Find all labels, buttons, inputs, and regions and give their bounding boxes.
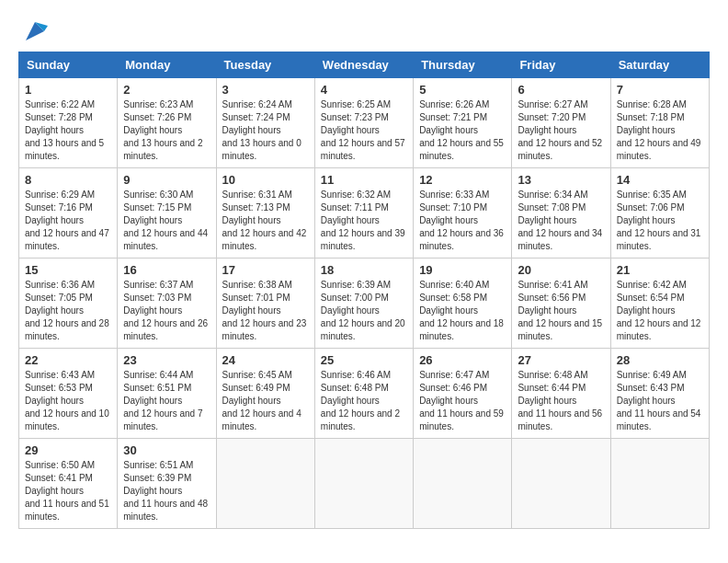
calendar-table: SundayMondayTuesdayWednesdayThursdayFrid… <box>18 52 710 529</box>
calendar-header-row: SundayMondayTuesdayWednesdayThursdayFrid… <box>19 52 710 78</box>
day-info: Sunrise: 6:37 AMSunset: 7:03 PMDaylight … <box>123 279 210 343</box>
weekday-header-saturday: Saturday <box>610 52 709 78</box>
calendar-cell: 3 Sunrise: 6:24 AMSunset: 7:24 PMDayligh… <box>216 78 314 168</box>
day-info: Sunrise: 6:35 AMSunset: 7:06 PMDaylight … <box>617 189 703 253</box>
calendar-cell: 17 Sunrise: 6:38 AMSunset: 7:01 PMDaylig… <box>216 259 314 349</box>
calendar-cell: 29 Sunrise: 6:50 AMSunset: 6:41 PMDaylig… <box>19 439 118 529</box>
day-number: 22 <box>25 353 111 367</box>
calendar-week-row: 1 Sunrise: 6:22 AMSunset: 7:28 PMDayligh… <box>19 78 710 168</box>
day-number: 4 <box>321 83 407 97</box>
day-number: 7 <box>617 83 703 97</box>
calendar-cell: 13 Sunrise: 6:34 AMSunset: 7:08 PMDaylig… <box>512 168 610 259</box>
day-number: 25 <box>321 353 407 367</box>
day-info: Sunrise: 6:49 AMSunset: 6:43 PMDaylight … <box>617 369 703 433</box>
day-info: Sunrise: 6:26 AMSunset: 7:21 PMDaylight … <box>419 98 506 163</box>
calendar-cell <box>216 439 314 529</box>
day-info: Sunrise: 6:30 AMSunset: 7:15 PMDaylight … <box>123 189 210 253</box>
day-number: 15 <box>25 263 111 277</box>
calendar-week-row: 15 Sunrise: 6:36 AMSunset: 7:05 PMDaylig… <box>19 259 710 349</box>
day-info: Sunrise: 6:36 AMSunset: 7:05 PMDaylight … <box>25 279 111 343</box>
calendar-cell: 15 Sunrise: 6:36 AMSunset: 7:05 PMDaylig… <box>19 259 118 349</box>
day-number: 12 <box>419 173 506 187</box>
logo-icon <box>22 18 48 44</box>
calendar-week-row: 29 Sunrise: 6:50 AMSunset: 6:41 PMDaylig… <box>19 439 710 529</box>
day-number: 23 <box>123 353 210 367</box>
day-info: Sunrise: 6:32 AMSunset: 7:11 PMDaylight … <box>321 189 407 253</box>
calendar-cell: 16 Sunrise: 6:37 AMSunset: 7:03 PMDaylig… <box>118 259 216 349</box>
weekday-header-thursday: Thursday <box>414 52 512 78</box>
day-number: 28 <box>617 353 703 367</box>
calendar-cell: 11 Sunrise: 6:32 AMSunset: 7:11 PMDaylig… <box>314 168 413 259</box>
calendar-cell: 4 Sunrise: 6:25 AMSunset: 7:23 PMDayligh… <box>314 78 413 168</box>
calendar-cell: 1 Sunrise: 6:22 AMSunset: 7:28 PMDayligh… <box>19 78 118 168</box>
calendar-cell: 2 Sunrise: 6:23 AMSunset: 7:26 PMDayligh… <box>118 78 216 168</box>
day-info: Sunrise: 6:22 AMSunset: 7:28 PMDaylight … <box>25 98 111 163</box>
calendar-cell: 25 Sunrise: 6:46 AMSunset: 6:48 PMDaylig… <box>314 349 413 439</box>
calendar-cell: 20 Sunrise: 6:41 AMSunset: 6:56 PMDaylig… <box>512 259 610 349</box>
day-info: Sunrise: 6:24 AMSunset: 7:24 PMDaylight … <box>222 98 309 163</box>
day-info: Sunrise: 6:38 AMSunset: 7:01 PMDaylight … <box>222 279 309 343</box>
day-number: 8 <box>25 173 111 187</box>
calendar-cell: 28 Sunrise: 6:49 AMSunset: 6:43 PMDaylig… <box>610 349 709 439</box>
day-info: Sunrise: 6:50 AMSunset: 6:41 PMDaylight … <box>25 459 111 523</box>
day-number: 30 <box>123 443 210 457</box>
day-number: 13 <box>518 173 604 187</box>
day-number: 3 <box>222 83 309 97</box>
calendar-cell: 18 Sunrise: 6:39 AMSunset: 7:00 PMDaylig… <box>314 259 413 349</box>
day-number: 5 <box>419 83 506 97</box>
day-number: 29 <box>25 443 111 457</box>
calendar-cell: 27 Sunrise: 6:48 AMSunset: 6:44 PMDaylig… <box>512 349 610 439</box>
day-number: 24 <box>222 353 309 367</box>
day-info: Sunrise: 6:31 AMSunset: 7:13 PMDaylight … <box>222 189 309 253</box>
calendar-cell: 24 Sunrise: 6:45 AMSunset: 6:49 PMDaylig… <box>216 349 314 439</box>
day-info: Sunrise: 6:47 AMSunset: 6:46 PMDaylight … <box>419 369 506 433</box>
calendar-cell: 6 Sunrise: 6:27 AMSunset: 7:20 PMDayligh… <box>512 78 610 168</box>
weekday-header-sunday: Sunday <box>19 52 118 78</box>
day-info: Sunrise: 6:42 AMSunset: 6:54 PMDaylight … <box>617 279 703 343</box>
calendar-cell: 30 Sunrise: 6:51 AMSunset: 6:39 PMDaylig… <box>118 439 216 529</box>
day-number: 2 <box>123 83 210 97</box>
calendar-cell: 9 Sunrise: 6:30 AMSunset: 7:15 PMDayligh… <box>118 168 216 259</box>
day-info: Sunrise: 6:23 AMSunset: 7:26 PMDaylight … <box>123 98 210 163</box>
day-info: Sunrise: 6:43 AMSunset: 6:53 PMDaylight … <box>25 369 111 433</box>
calendar-cell: 14 Sunrise: 6:35 AMSunset: 7:06 PMDaylig… <box>610 168 709 259</box>
calendar-cell: 23 Sunrise: 6:44 AMSunset: 6:51 PMDaylig… <box>118 349 216 439</box>
day-info: Sunrise: 6:45 AMSunset: 6:49 PMDaylight … <box>222 369 309 433</box>
calendar-cell: 19 Sunrise: 6:40 AMSunset: 6:58 PMDaylig… <box>414 259 512 349</box>
day-number: 18 <box>321 263 407 277</box>
calendar-cell: 8 Sunrise: 6:29 AMSunset: 7:16 PMDayligh… <box>19 168 118 259</box>
day-number: 9 <box>123 173 210 187</box>
calendar-cell <box>610 439 709 529</box>
day-info: Sunrise: 6:34 AMSunset: 7:08 PMDaylight … <box>518 189 604 253</box>
day-info: Sunrise: 6:33 AMSunset: 7:10 PMDaylight … <box>419 189 506 253</box>
day-info: Sunrise: 6:41 AMSunset: 6:56 PMDaylight … <box>518 279 604 343</box>
day-number: 6 <box>518 83 604 97</box>
calendar-cell <box>512 439 610 529</box>
calendar-cell: 12 Sunrise: 6:33 AMSunset: 7:10 PMDaylig… <box>414 168 512 259</box>
weekday-header-monday: Monday <box>118 52 216 78</box>
day-info: Sunrise: 6:44 AMSunset: 6:51 PMDaylight … <box>123 369 210 433</box>
calendar-cell: 22 Sunrise: 6:43 AMSunset: 6:53 PMDaylig… <box>19 349 118 439</box>
day-info: Sunrise: 6:28 AMSunset: 7:18 PMDaylight … <box>617 98 703 163</box>
day-info: Sunrise: 6:48 AMSunset: 6:44 PMDaylight … <box>518 369 604 433</box>
calendar-cell: 5 Sunrise: 6:26 AMSunset: 7:21 PMDayligh… <box>414 78 512 168</box>
day-number: 20 <box>518 263 604 277</box>
logo <box>18 18 48 44</box>
weekday-header-friday: Friday <box>512 52 610 78</box>
calendar-cell <box>414 439 512 529</box>
day-number: 16 <box>123 263 210 277</box>
page-header <box>18 18 710 44</box>
day-number: 26 <box>419 353 506 367</box>
day-info: Sunrise: 6:40 AMSunset: 6:58 PMDaylight … <box>419 279 506 343</box>
calendar-week-row: 8 Sunrise: 6:29 AMSunset: 7:16 PMDayligh… <box>19 168 710 259</box>
day-number: 17 <box>222 263 309 277</box>
day-number: 27 <box>518 353 604 367</box>
calendar-cell: 10 Sunrise: 6:31 AMSunset: 7:13 PMDaylig… <box>216 168 314 259</box>
day-number: 19 <box>419 263 506 277</box>
day-info: Sunrise: 6:51 AMSunset: 6:39 PMDaylight … <box>123 459 210 523</box>
calendar-week-row: 22 Sunrise: 6:43 AMSunset: 6:53 PMDaylig… <box>19 349 710 439</box>
day-info: Sunrise: 6:39 AMSunset: 7:00 PMDaylight … <box>321 279 407 343</box>
day-info: Sunrise: 6:46 AMSunset: 6:48 PMDaylight … <box>321 369 407 433</box>
calendar-cell <box>314 439 413 529</box>
calendar-cell: 21 Sunrise: 6:42 AMSunset: 6:54 PMDaylig… <box>610 259 709 349</box>
